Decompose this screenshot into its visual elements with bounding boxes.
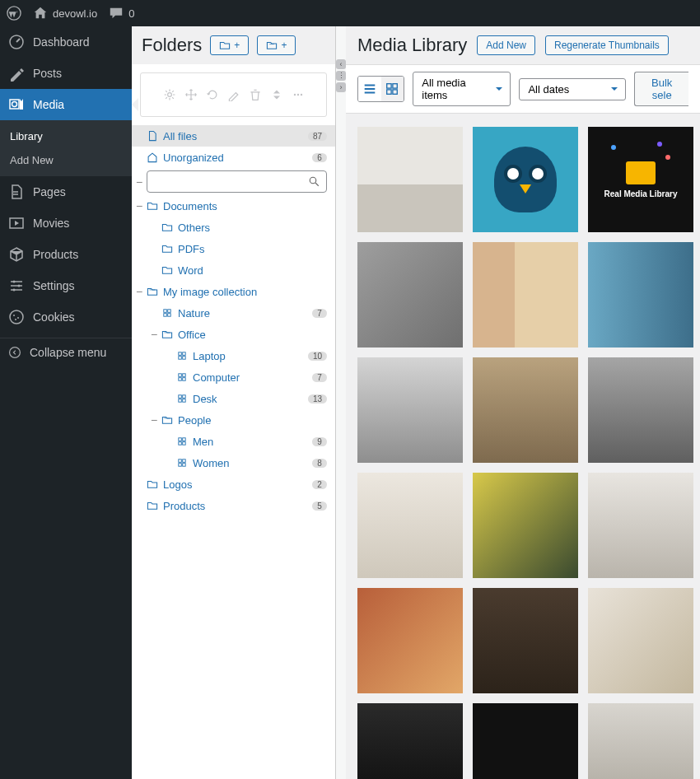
nav-media[interactable]: Media	[0, 89, 132, 120]
media-thumbnail[interactable]	[588, 588, 693, 693]
folder-item[interactable]: −Office	[132, 324, 335, 345]
folder-item[interactable]: Women8	[132, 452, 335, 473]
svg-point-2	[12, 102, 17, 107]
folder-icon	[161, 264, 173, 276]
bulk-select-button[interactable]: Bulk sele	[634, 72, 688, 106]
svg-point-11	[10, 348, 21, 358]
wordpress-logo-icon[interactable]	[7, 6, 21, 21]
search-icon[interactable]	[308, 175, 320, 188]
svg-rect-17	[164, 310, 167, 313]
gear-icon[interactable]	[163, 88, 176, 101]
delete-icon[interactable]	[249, 88, 262, 101]
count-badge: 7	[312, 309, 327, 318]
folders-toolbar	[140, 72, 327, 117]
media-thumbnail[interactable]	[473, 473, 578, 578]
count-badge: 2	[312, 480, 327, 489]
more-icon[interactable]	[292, 88, 305, 101]
folder-item[interactable]: Nature7	[132, 302, 335, 324]
date-filter[interactable]: All dates	[519, 78, 626, 100]
folder-item[interactable]: Laptop10	[132, 345, 335, 366]
regenerate-thumbnails-button[interactable]: Regenerate Thumbnails	[545, 35, 669, 55]
nav-media-library[interactable]: Library	[0, 120, 132, 148]
nav-cookies[interactable]: Cookies	[0, 301, 132, 333]
grid-icon	[176, 457, 188, 469]
media-thumbnail[interactable]	[588, 703, 693, 779]
media-thumbnail[interactable]	[357, 357, 463, 463]
folder-item[interactable]: Products5	[132, 495, 335, 516]
collapse-toggle-icon[interactable]: −	[151, 413, 157, 427]
folder-all-files[interactable]: All files 87	[132, 125, 335, 147]
folder-item[interactable]: Word	[132, 259, 335, 281]
svg-point-15	[300, 94, 301, 96]
media-thumbnail[interactable]	[473, 703, 578, 779]
nav-movies[interactable]: Movies	[0, 208, 132, 239]
panel-resizer[interactable]: ‹⋮›	[336, 26, 346, 779]
svg-point-6	[13, 289, 16, 292]
folder-item[interactable]: Desk13	[132, 388, 335, 409]
svg-rect-44	[393, 90, 397, 94]
grid-view-button[interactable]	[381, 77, 404, 101]
media-thumbnail[interactable]	[473, 127, 578, 232]
count-badge: 10	[308, 352, 327, 361]
new-gallery-button[interactable]: +	[257, 35, 296, 55]
folder-item[interactable]: Computer7	[132, 366, 335, 388]
view-toggle	[357, 76, 404, 102]
folder-item[interactable]: −My image collection	[132, 281, 335, 302]
nav-dashboard[interactable]: Dashboard	[0, 26, 132, 58]
list-view-button[interactable]	[358, 77, 381, 101]
folder-item[interactable]: −People	[132, 409, 335, 431]
collapse-toggle-icon[interactable]: −	[136, 199, 142, 212]
folder-item[interactable]: Logos2	[132, 473, 335, 495]
folder-search-input[interactable]	[147, 170, 327, 193]
svg-rect-28	[183, 378, 186, 381]
media-thumbnail[interactable]	[473, 357, 578, 463]
media-thumbnail[interactable]	[588, 473, 693, 578]
file-icon	[147, 130, 158, 142]
svg-rect-42	[393, 84, 397, 88]
sort-icon[interactable]	[270, 88, 283, 101]
site-home-link[interactable]: devowl.io	[33, 6, 97, 21]
gallery-icon	[161, 414, 173, 426]
nav-media-addnew[interactable]: Add New	[0, 148, 132, 176]
media-thumbnail[interactable]	[357, 588, 463, 693]
collapse-toggle-icon[interactable]: −	[136, 285, 142, 298]
move-icon[interactable]	[184, 88, 198, 101]
folder-item[interactable]: Men9	[132, 431, 335, 452]
media-thumbnail[interactable]	[473, 588, 578, 693]
nav-settings[interactable]: Settings	[0, 270, 132, 301]
new-folder-button[interactable]: +	[210, 35, 249, 55]
svg-rect-21	[179, 352, 182, 356]
nav-products[interactable]: Products	[0, 239, 132, 270]
media-thumbnail[interactable]	[588, 357, 693, 463]
media-thumbnail[interactable]	[357, 127, 463, 232]
filter-bar: All media items All dates Bulk sele	[346, 64, 700, 114]
svg-point-10	[15, 319, 16, 320]
folder-item[interactable]: Others	[132, 217, 335, 238]
media-grid: Real Media Library	[346, 114, 700, 779]
grid-icon	[176, 350, 188, 362]
folder-icon	[147, 200, 158, 212]
folder-unorganized[interactable]: Unorganized 6	[132, 147, 335, 168]
media-thumbnail[interactable]: Real Media Library	[588, 127, 693, 232]
media-thumbnail[interactable]	[357, 703, 463, 779]
rename-icon[interactable]	[227, 88, 240, 101]
media-thumbnail[interactable]	[588, 242, 693, 348]
folder-icon	[147, 478, 158, 490]
media-type-filter[interactable]: All media items	[413, 72, 511, 106]
folder-item[interactable]: −Documents	[132, 195, 335, 217]
nav-pages[interactable]: Pages	[0, 176, 132, 208]
svg-point-7	[10, 310, 23, 324]
media-main: Media Library Add New Regenerate Thumbna…	[346, 26, 700, 779]
collapse-menu[interactable]: Collapse menu	[0, 338, 132, 366]
folder-item[interactable]: PDFs	[132, 238, 335, 259]
media-thumbnail[interactable]	[357, 242, 463, 348]
collapse-toggle-icon[interactable]: −	[151, 328, 157, 341]
media-thumbnail[interactable]	[357, 473, 463, 578]
nav-posts[interactable]: Posts	[0, 58, 132, 89]
folder-icon	[161, 222, 173, 233]
add-new-button[interactable]: Add New	[477, 35, 535, 55]
refresh-icon[interactable]	[206, 88, 219, 101]
comments-link[interactable]: 0	[109, 6, 134, 21]
media-thumbnail[interactable]	[473, 242, 578, 348]
collapse-toggle-icon[interactable]: −	[136, 175, 142, 189]
